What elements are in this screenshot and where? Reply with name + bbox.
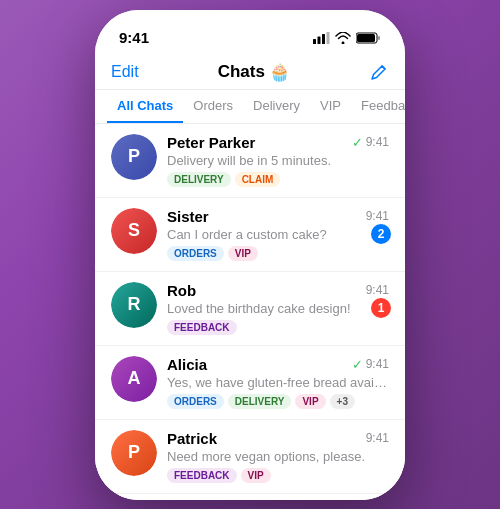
chat-time: 9:41 — [366, 431, 389, 445]
chat-header: Rob 9:41 — [167, 282, 389, 299]
svg-rect-0 — [313, 39, 316, 44]
chat-preview: Delivery will be in 5 minutes. — [167, 153, 389, 168]
delivered-icon: ✓ — [352, 357, 363, 372]
svg-rect-5 — [357, 34, 375, 42]
chat-content: Sister 9:41 Can I order a custom cake? O… — [167, 208, 389, 261]
avatar: R — [111, 282, 157, 328]
avatar: P — [111, 430, 157, 476]
chat-header: Peter Parker ✓ 9:41 — [167, 134, 389, 151]
chat-time: 9:41 — [366, 283, 389, 297]
chat-time: ✓ 9:41 — [352, 357, 389, 372]
tag-more: +3 — [330, 394, 355, 409]
unread-badge: 2 — [371, 224, 391, 244]
chat-item[interactable]: S Sister 9:41 Can I order a custom cake?… — [95, 198, 405, 272]
status-icons — [313, 32, 381, 44]
tag-orders: ORDERS — [167, 394, 224, 409]
svg-rect-6 — [378, 36, 380, 40]
tab-feedback[interactable]: Feedback — [351, 90, 405, 123]
status-time: 9:41 — [119, 29, 149, 46]
delivered-icon: ✓ — [352, 135, 363, 150]
chat-name: Alicia — [167, 356, 207, 373]
tag-vip: VIP — [295, 394, 325, 409]
svg-rect-1 — [318, 36, 321, 44]
page-title: Chats 🧁 — [218, 62, 290, 83]
battery-icon — [356, 32, 381, 44]
chat-header: Alicia ✓ 9:41 — [167, 356, 389, 373]
compose-button[interactable] — [369, 62, 389, 82]
chat-tags: FEEDBACK — [167, 320, 389, 335]
nav-bar: Edit Chats 🧁 — [95, 54, 405, 90]
tag-delivery: DELIVERY — [228, 394, 292, 409]
tag-claim: CLAIM — [235, 172, 281, 187]
chat-preview: Need more vegan options, please. — [167, 449, 389, 464]
chat-content: Rob 9:41 Loved the birthday cake design!… — [167, 282, 389, 335]
tab-all-chats[interactable]: All Chats — [107, 90, 183, 123]
avatar: P — [111, 134, 157, 180]
chat-list: P Peter Parker ✓ 9:41 Delivery will be i… — [95, 124, 405, 500]
tag-vip: VIP — [241, 468, 271, 483]
chat-header: Sister 9:41 — [167, 208, 389, 225]
avatar: S — [111, 208, 157, 254]
chat-preview: Can I order a custom cake? — [167, 227, 389, 242]
chat-name: Peter Parker — [167, 134, 255, 151]
tag-vip: VIP — [228, 246, 258, 261]
tag-delivery: DELIVERY — [167, 172, 231, 187]
chat-name: Rob — [167, 282, 196, 299]
unread-badge: 1 — [371, 298, 391, 318]
filter-tabs: All Chats Orders Delivery VIP Feedback E — [95, 90, 405, 124]
chat-name: Patrick — [167, 430, 217, 447]
phone-frame: 9:41 Edit Ch — [95, 10, 405, 500]
tab-delivery[interactable]: Delivery — [243, 90, 310, 123]
chat-content: Alicia ✓ 9:41 Yes, we have gluten-free b… — [167, 356, 389, 409]
chat-content: Patrick 9:41 Need more vegan options, pl… — [167, 430, 389, 483]
chat-name: Sister — [167, 208, 209, 225]
wifi-icon — [335, 32, 351, 44]
chat-item[interactable]: P Peter Parker ✓ 9:41 Delivery will be i… — [95, 124, 405, 198]
edit-button[interactable]: Edit — [111, 63, 139, 81]
chat-item[interactable]: A Alicia ✓ 9:41 Yes, we have gluten-free… — [95, 346, 405, 420]
status-bar: 9:41 — [95, 10, 405, 54]
chat-header: Patrick 9:41 — [167, 430, 389, 447]
chat-tags: DELIVERY CLAIM — [167, 172, 389, 187]
avatar: A — [111, 356, 157, 402]
tag-feedback: FEEDBACK — [167, 468, 237, 483]
chat-tags: FEEDBACK VIP — [167, 468, 389, 483]
tag-orders: ORDERS — [167, 246, 224, 261]
tab-orders[interactable]: Orders — [183, 90, 243, 123]
chat-tags: ORDERS DELIVERY VIP +3 — [167, 394, 389, 409]
signal-icon — [313, 32, 330, 44]
svg-rect-2 — [322, 34, 325, 44]
chat-tags: ORDERS VIP — [167, 246, 389, 261]
chat-item[interactable]: J Jessica 9:41 Nice, got it. — [95, 494, 405, 500]
chat-content: Peter Parker ✓ 9:41 Delivery will be in … — [167, 134, 389, 187]
tab-vip[interactable]: VIP — [310, 90, 351, 123]
chat-time: ✓ 9:41 — [352, 135, 389, 150]
chat-preview: Loved the birthday cake design! — [167, 301, 389, 316]
svg-rect-3 — [327, 32, 330, 44]
chat-preview: Yes, we have gluten-free bread available… — [167, 375, 389, 390]
chat-time: 9:41 — [366, 209, 389, 223]
tag-feedback: FEEDBACK — [167, 320, 237, 335]
chat-item[interactable]: R Rob 9:41 Loved the birthday cake desig… — [95, 272, 405, 346]
chat-item[interactable]: P Patrick 9:41 Need more vegan options, … — [95, 420, 405, 494]
